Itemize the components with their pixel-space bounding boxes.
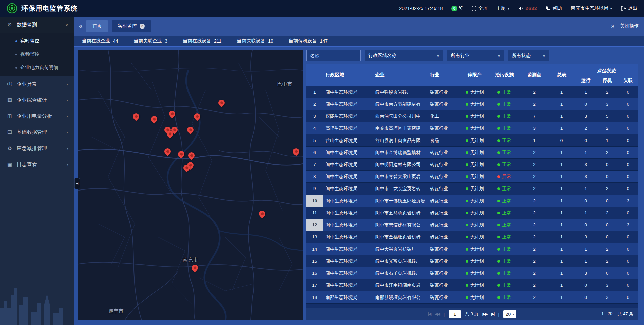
theme-dropdown[interactable]: 主题 ▾ bbox=[496, 5, 510, 11]
status-text: 无计划 bbox=[470, 222, 484, 228]
cell-facility: 正常 bbox=[489, 113, 520, 119]
status-dot bbox=[497, 103, 500, 106]
cell-facility: 正常 bbox=[489, 270, 520, 276]
table-row[interactable]: 11 阆中生态环境局 阆中市五马桥页岩机砖 砖瓦行业 无计划 正常 2 1 1 … bbox=[306, 207, 638, 219]
tabs-scroll-right-button[interactable]: » bbox=[611, 23, 614, 30]
table-header: 行政区域 企业 行业 停限产 治污设施 监测点 总表 点位状态 运行 停机 失联 bbox=[306, 64, 638, 86]
region-select-value: 行政区域名称 bbox=[368, 53, 396, 59]
table-row[interactable]: 14 阆中生态环境局 阆中大兴页岩机砖厂 砖瓦行业 无计划 正常 2 1 1 2… bbox=[306, 243, 638, 255]
tab-realtime-label: 实时监控 bbox=[118, 23, 137, 29]
stat-item: 当前在线设备: 211 bbox=[183, 38, 221, 44]
next-page-button[interactable]: ▶▶ bbox=[482, 312, 487, 316]
help-button[interactable]: 帮助 bbox=[546, 5, 562, 11]
cell-industry: 砖瓦行业 bbox=[427, 150, 461, 156]
sidebar-item-数据监测[interactable]: ⊙ 数据监测 ∨ bbox=[0, 17, 74, 33]
sidebar: ⊙ 数据监测 ∨ 实时监控 视频监控 企业电力负荷明细 ⓘ 企业异常 ‹ ▦ 企… bbox=[0, 17, 74, 325]
status-select[interactable]: 所有状态 ∨ bbox=[508, 50, 549, 61]
announcement-indicator[interactable]: 2632 bbox=[518, 6, 537, 11]
notice-count: 2632 bbox=[525, 6, 537, 11]
temperature-badge: 0 bbox=[451, 6, 457, 11]
first-page-button[interactable]: |◀ bbox=[428, 312, 431, 316]
table-row[interactable]: 3 仪陇生态环境局 西南油气田分公司川中 化工 无计划 正常 7 1 3 5 0 bbox=[306, 110, 638, 122]
cell-stop: 3 bbox=[596, 102, 618, 107]
cell-facility: 正常 bbox=[489, 210, 520, 216]
chevron-down-icon: ∨ bbox=[437, 54, 439, 58]
tab-close-icon[interactable]: ✕ bbox=[140, 24, 145, 29]
table-row[interactable]: 18 南部生态环境局 南部县晓垭页岩有限公 砖瓦行业 无计划 正常 2 1 0 … bbox=[306, 291, 638, 304]
cell-points: 2 bbox=[520, 295, 548, 300]
table-row[interactable]: 6 阆中生态环境局 阆中市金博瑞新型墙材 砖瓦行业 无计划 正常 2 1 1 2… bbox=[306, 147, 638, 159]
sidebar-subitem-企业电力负荷明细[interactable]: 企业电力负荷明细 bbox=[0, 61, 74, 74]
table-row[interactable]: 10 阆中生态环境局 阆中市千佛镇五郎垭页岩 砖瓦行业 无计划 正常 2 1 0… bbox=[306, 195, 638, 207]
row-index: 6 bbox=[306, 147, 323, 158]
tabs-scroll-left-button[interactable]: « bbox=[79, 23, 82, 30]
table-row[interactable]: 8 阆中生态环境局 阆中市枣碧大梁山页岩 砖瓦行业 无计划 异常 2 1 3 0… bbox=[306, 171, 638, 183]
status-text: 正常 bbox=[502, 210, 511, 216]
logout-button[interactable]: 退出 bbox=[621, 5, 637, 11]
page-number-input[interactable] bbox=[449, 310, 461, 318]
row-index: 5 bbox=[306, 134, 323, 146]
page-size-select[interactable]: 20 ▾ bbox=[503, 310, 517, 318]
last-page-button[interactable]: ▶| bbox=[491, 312, 494, 316]
sidebar-subitem-实时监控[interactable]: 实时监控 bbox=[0, 34, 74, 48]
table-row[interactable]: 5 营山生态环境局 营山县润丰肉食品有限 食品 无计划 正常 1 0 0 1 0 bbox=[306, 134, 638, 147]
cell-limit: 无计划 bbox=[461, 186, 489, 192]
org-dropdown[interactable]: 南充市生态环境局 ▾ bbox=[571, 5, 612, 11]
table-row[interactable]: 1 阆中生态环境局 阆中强锐页岩砖厂 砖瓦行业 无计划 正常 2 1 1 2 0 bbox=[306, 86, 638, 98]
map-panel[interactable]: 巴中市南充市遂宁市 bbox=[78, 50, 303, 320]
tab-home[interactable]: 首页 bbox=[86, 20, 108, 32]
status-text: 正常 bbox=[502, 186, 511, 192]
content-area: 巴中市南充市遂宁市 行政区域名称 ∨ 所有行业 ∨ bbox=[74, 47, 644, 325]
cell-lost: 0 bbox=[618, 174, 638, 179]
cell-run: 1 bbox=[575, 186, 596, 191]
fullscreen-button[interactable]: 全屏 bbox=[472, 5, 488, 11]
name-search-input[interactable] bbox=[306, 50, 361, 61]
total-pages-label: 共 3 页 bbox=[465, 311, 478, 317]
sidebar-item-企业异常[interactable]: ⓘ 企业异常 ‹ bbox=[0, 76, 74, 92]
tab-realtime-monitor[interactable]: 实时监控 ✕ bbox=[112, 20, 151, 32]
cell-industry: 砖瓦行业 bbox=[427, 198, 461, 204]
table-row[interactable]: 17 阆中生态环境局 阆中市江南镇阆南页岩 砖瓦行业 无计划 正常 2 1 0 … bbox=[306, 279, 638, 291]
sidebar-item-企业综合统计[interactable]: ▦ 企业综合统计 ‹ bbox=[0, 92, 74, 108]
cell-run: 3 bbox=[575, 114, 596, 119]
status-text: 正常 bbox=[502, 258, 511, 264]
table-row[interactable]: 13 阆中生态环境局 阆中市金福旺页岩机砖 砖瓦行业 无计划 正常 2 1 3 … bbox=[306, 231, 638, 243]
region-select[interactable]: 行政区域名称 ∨ bbox=[365, 50, 443, 61]
cell-meters: 1 bbox=[548, 259, 575, 264]
row-index: 14 bbox=[306, 243, 323, 255]
sidebar-item-icon: ◫ bbox=[7, 113, 13, 119]
table-row[interactable]: 12 阆中生态环境局 阆中市忠信建材有限公 砖瓦行业 无计划 正常 2 1 0 … bbox=[306, 219, 638, 231]
sidebar-subitem-视频监控[interactable]: 视频监控 bbox=[0, 48, 74, 61]
sidebar-item-企业用电量分析[interactable]: ◫ 企业用电量分析 ‹ bbox=[0, 108, 74, 124]
table-row[interactable]: 7 阆中生态环境局 阆中明阳建材有限公司 砖瓦行业 无计划 正常 2 1 3 0… bbox=[306, 159, 638, 171]
cell-stop: 1 bbox=[596, 138, 618, 143]
table-row[interactable]: 4 高坪生态环境局 南充市高坪区王家店建 砖瓦行业 无计划 正常 3 1 2 2… bbox=[306, 122, 638, 134]
table-row[interactable]: 2 阆中生态环境局 阆中市南方节能建材有 砖瓦行业 无计划 正常 2 1 0 3… bbox=[306, 98, 638, 110]
cell-run: 0 bbox=[575, 102, 596, 107]
chevron-down-icon: ∨ bbox=[498, 54, 500, 58]
row-index: 13 bbox=[306, 231, 323, 243]
status-text: 无计划 bbox=[470, 89, 484, 95]
theme-label: 主题 bbox=[496, 5, 506, 11]
table-row[interactable]: 9 阆中生态环境局 阆中市二龙长宝页岩砖 砖瓦行业 无计划 正常 2 1 1 2… bbox=[306, 183, 638, 195]
cell-industry: 砖瓦行业 bbox=[427, 186, 461, 192]
table-row[interactable]: 16 阆中生态环境局 阆中市石子页岩机砖厂 砖瓦行业 无计划 正常 2 1 3 … bbox=[306, 267, 638, 279]
header-limit: 停限产 bbox=[461, 64, 489, 86]
stat-label: 当前失联设备: bbox=[237, 38, 266, 44]
cell-limit: 无计划 bbox=[461, 174, 489, 180]
sidebar-item-日志查看[interactable]: ▣ 日志查看 ‹ bbox=[0, 156, 74, 172]
cell-lost: 0 bbox=[618, 162, 638, 167]
app-root: 环保用电监管系统 2021-02-25 17:46:18 0 ℃ 全屏 主题 ▾ bbox=[0, 0, 644, 325]
cell-run: 1 bbox=[575, 247, 596, 252]
cell-points: 1 bbox=[520, 138, 548, 143]
cell-industry: 砖瓦行业 bbox=[427, 294, 461, 301]
prev-page-button[interactable]: ◀◀ bbox=[435, 312, 439, 316]
sidebar-item-应急减排管理[interactable]: ♻ 应急减排管理 ‹ bbox=[0, 140, 74, 156]
close-operations-button[interactable]: 关闭操作 bbox=[620, 23, 639, 29]
cell-region: 阆中生态环境局 bbox=[323, 101, 372, 107]
sidebar-item-基础数据管理[interactable]: ▤ 基础数据管理 ‹ bbox=[0, 124, 74, 140]
table-row[interactable]: 15 阆中生态环境局 阆中市光富页岩机砖厂 砖瓦行业 无计划 正常 2 1 1 … bbox=[306, 255, 638, 267]
industry-select[interactable]: 所有行业 ∨ bbox=[447, 50, 504, 61]
map-collapse-button[interactable]: ◀ bbox=[74, 178, 80, 189]
status-text: 无计划 bbox=[470, 282, 484, 288]
